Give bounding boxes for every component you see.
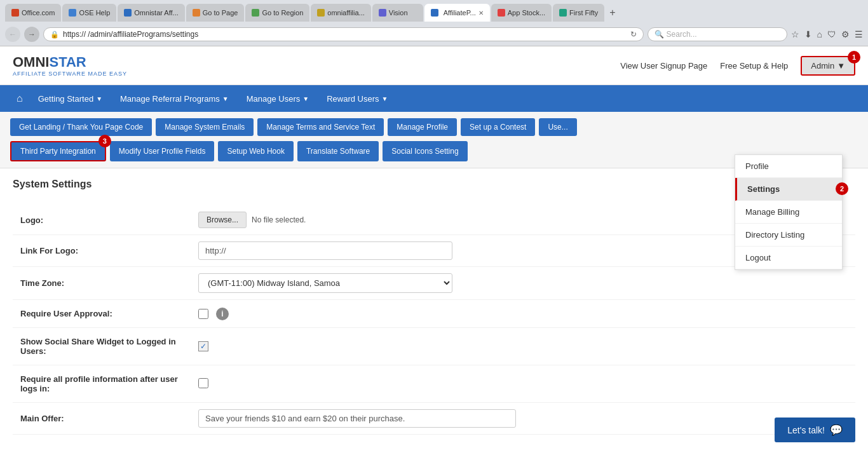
btn-social-icons[interactable]: Social Icons Setting xyxy=(383,141,467,161)
label-logo: Logo: xyxy=(13,205,191,235)
label-main-offer: Main Offer: xyxy=(13,403,191,435)
admin-badge: 1 xyxy=(848,51,860,64)
browser-chrome: Office.com OSE Help Omnistar Aff... Go t… xyxy=(0,0,868,46)
forward-button[interactable]: → xyxy=(24,27,39,42)
label-approval: Require User Approval: xyxy=(13,300,191,328)
dropdown-settings[interactable]: Settings 2 xyxy=(735,178,842,201)
btn-landing-page[interactable]: Get Landing / Thank You Page Code xyxy=(10,118,152,136)
third-party-badge: 3 xyxy=(98,135,111,147)
timezone-select[interactable]: (GMT-11:00) Midway Island, Samoa ( GMT-1… xyxy=(198,273,452,293)
approval-checkbox[interactable] xyxy=(198,309,208,319)
search-placeholder: Search... xyxy=(667,30,697,39)
nav-reward-users[interactable]: Reward Users ▼ xyxy=(318,86,397,111)
value-approval: i xyxy=(191,300,855,328)
btn-translate[interactable]: Translate Software xyxy=(297,141,379,161)
tab-firstfifty[interactable]: First Fifty xyxy=(553,4,604,22)
value-social-widget: ✓ xyxy=(191,328,855,365)
logo-area: OMNISTAR AFFILIATE SOFTWARE MADE EASY xyxy=(13,54,127,77)
nav-home-icon[interactable]: ⌂ xyxy=(10,85,29,112)
form-row-timezone: Time Zone: (GMT-11:00) Midway Island, Sa… xyxy=(13,267,855,300)
nav-caret-4: ▼ xyxy=(382,95,388,102)
view-signup-link[interactable]: View User Signup Page xyxy=(620,61,707,71)
home-icon[interactable]: ⌂ xyxy=(817,29,822,39)
btn-webhook[interactable]: Setup Web Hook xyxy=(218,141,294,161)
file-none-text: No file selected. xyxy=(252,215,306,224)
tab-office[interactable]: Office.com xyxy=(5,4,61,22)
nav-caret-3: ▼ xyxy=(302,95,309,102)
browse-button[interactable]: Browse... xyxy=(198,212,247,228)
menu-icon[interactable]: ☰ xyxy=(855,29,863,39)
btn-third-party[interactable]: Third Party Integration xyxy=(10,141,106,161)
tab-appstock[interactable]: App Stock... xyxy=(491,4,552,22)
logo-star: STAR xyxy=(49,54,86,70)
chat-icon: 💬 xyxy=(830,424,843,436)
lock-icon: 🔒 xyxy=(50,31,59,39)
settings-badge: 2 xyxy=(836,182,848,195)
header-right: View User Signup Page Free Setup & Help … xyxy=(620,56,855,76)
chat-button[interactable]: Let's talk! 💬 xyxy=(775,418,855,442)
dropdown-settings-label: Settings xyxy=(747,184,780,194)
extensions-icon[interactable]: ⚙ xyxy=(841,29,850,39)
link-logo-input[interactable] xyxy=(198,241,452,260)
tab-omnistar[interactable]: Omnistar Aff... xyxy=(118,4,185,22)
label-link: Link For Logo: xyxy=(13,235,191,267)
dropdown-billing[interactable]: Manage Billing xyxy=(735,201,842,224)
search-icon: 🔍 xyxy=(654,30,664,39)
tab-omni2[interactable]: omniaffilia... xyxy=(311,4,371,22)
profile-info-checkbox[interactable] xyxy=(198,378,208,388)
admin-button[interactable]: Admin ▼ 1 xyxy=(801,56,855,76)
social-widget-checkbox[interactable]: ✓ xyxy=(198,341,208,351)
free-setup-link[interactable]: Free Setup & Help xyxy=(720,61,788,71)
btn-contest[interactable]: Set up a Contest xyxy=(461,118,535,136)
label-social-widget: Show Social Share Widget to Logged in Us… xyxy=(13,328,191,365)
nav-users-label: Manage Users xyxy=(247,94,301,104)
main-offer-input[interactable] xyxy=(198,409,516,428)
tab-ose[interactable]: OSE Help xyxy=(62,4,116,22)
back-button[interactable]: ← xyxy=(5,27,20,42)
tab-goto[interactable]: Go to Page xyxy=(186,4,245,22)
nav-reward-label: Reward Users xyxy=(327,94,379,104)
logo-omni: OMNI xyxy=(13,54,49,70)
admin-caret-icon: ▼ xyxy=(837,61,845,71)
download-icon[interactable]: ⬇ xyxy=(804,29,812,39)
info-icon[interactable]: i xyxy=(216,308,229,320)
nav-referral-label: Manage Referral Programs xyxy=(120,94,220,104)
dropdown-logout[interactable]: Logout xyxy=(735,247,842,269)
btn-system-emails[interactable]: Manage System Emails xyxy=(156,118,254,136)
nav-caret-2: ▼ xyxy=(222,95,229,102)
btn-terms-service[interactable]: Manage Terms and Service Text xyxy=(257,118,384,136)
tab-vision[interactable]: Vision xyxy=(372,4,423,22)
form-row-logo: Logo: Browse... No file selected. xyxy=(13,205,855,235)
new-tab-button[interactable]: + xyxy=(606,7,619,18)
nav-getting-started[interactable]: Getting Started ▼ xyxy=(29,86,111,111)
url-text: https:// /admin/affiliatePrograms/settin… xyxy=(63,30,627,39)
shield-icon[interactable]: 🛡 xyxy=(827,29,836,39)
btn-manage-profile[interactable]: Manage Profile xyxy=(388,118,457,136)
browser-toolbar: ← → 🔒 https:// /admin/affiliatePrograms/… xyxy=(5,24,863,46)
dropdown-profile[interactable]: Profile xyxy=(735,155,842,178)
section-title: System Settings xyxy=(13,179,855,195)
dropdown-directory[interactable]: Directory Listing xyxy=(735,224,842,247)
address-bar[interactable]: 🔒 https:// /admin/affiliatePrograms/sett… xyxy=(43,27,644,41)
nav-caret-1: ▼ xyxy=(96,95,102,102)
btn-use[interactable]: Use... xyxy=(539,118,576,136)
value-timezone: (GMT-11:00) Midway Island, Samoa ( GMT-1… xyxy=(191,267,855,300)
nav-referral-programs[interactable]: Manage Referral Programs ▼ xyxy=(111,86,238,111)
search-bar[interactable]: 🔍 Search... xyxy=(648,27,787,41)
label-profile-info: Require all profile information after us… xyxy=(13,365,191,403)
nav-manage-users[interactable]: Manage Users ▼ xyxy=(238,86,318,111)
form-row-main-offer: Main Offer: xyxy=(13,403,855,435)
nav-bar: ⌂ Getting Started ▼ Manage Referral Prog… xyxy=(0,85,868,112)
tab-affiliate-active[interactable]: AffiliateP... ✕ xyxy=(424,4,490,22)
btn-modify-profile[interactable]: Modify User Profile Fields xyxy=(110,141,215,161)
nav-getting-started-label: Getting Started xyxy=(38,94,93,104)
chat-label: Let's talk! xyxy=(787,425,825,435)
form-row-link: Link For Logo: xyxy=(13,235,855,267)
browser-tabs: Office.com OSE Help Omnistar Aff... Go t… xyxy=(5,4,863,22)
admin-dropdown-menu: Profile Settings 2 Manage Billing Direct… xyxy=(735,154,843,270)
value-main-offer xyxy=(191,403,855,435)
refresh-button[interactable]: ↻ xyxy=(630,30,637,39)
form-row-social-widget: Show Social Share Widget to Logged in Us… xyxy=(13,328,855,365)
star-icon[interactable]: ☆ xyxy=(791,29,799,39)
tab-region[interactable]: Go to Region xyxy=(245,4,309,22)
